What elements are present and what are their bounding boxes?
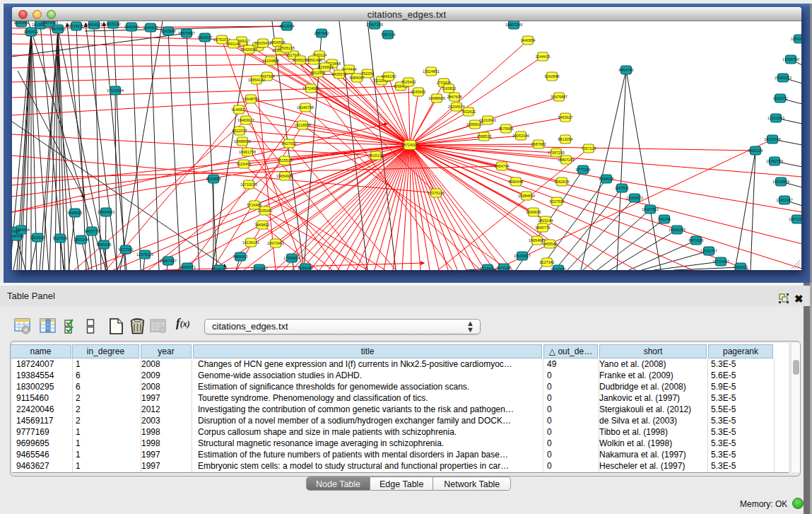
svg-text:9146821: 9146821 [232,107,247,112]
svg-text:9699695: 9699695 [526,210,541,214]
svg-text:16033809: 16033809 [772,180,789,184]
svg-text:2687682: 2687682 [531,142,546,146]
svg-text:10654122: 10654122 [248,78,265,82]
svg-text:30975887: 30975887 [178,31,195,35]
svg-text:1691144: 1691144 [226,42,241,46]
svg-text:7163822: 7163822 [442,86,457,90]
svg-text:25300253: 25300253 [775,76,792,80]
svg-text:10973493: 10973493 [41,21,58,25]
svg-text:1440954: 1440954 [521,38,536,42]
svg-text:17957255: 17957255 [366,23,383,27]
svg-text:10025438: 10025438 [254,41,271,45]
svg-text:12342757: 12342757 [700,249,717,253]
svg-text:12093872: 12093872 [626,196,643,200]
svg-text:22420046: 22420046 [240,47,257,52]
svg-text:17016504: 17016504 [107,88,124,93]
svg-text:9465546: 9465546 [543,242,558,246]
svg-text:18724007: 18724007 [302,86,319,90]
svg-text:9227342: 9227342 [119,247,134,252]
svg-text:9084067: 9084067 [350,76,365,80]
svg-text:11451947: 11451947 [776,198,793,202]
svg-text:17359934: 17359934 [283,256,300,260]
svg-text:1615132: 1615132 [369,153,384,158]
svg-text:1167531: 1167531 [615,186,630,190]
svg-text:1244415: 1244415 [536,54,551,59]
svg-text:8813054: 8813054 [280,24,295,28]
svg-text:10688609: 10688609 [234,139,251,144]
svg-text:18300295: 18300295 [669,228,686,232]
svg-text:12213967: 12213967 [251,267,268,270]
svg-text:1405572: 1405572 [332,72,347,76]
svg-text:10107553: 10107553 [642,207,659,211]
svg-text:8660124: 8660124 [748,148,763,153]
svg-text:16120746: 16120746 [764,137,781,141]
svg-text:1615132: 1615132 [106,22,121,26]
svg-text:19654923: 19654923 [86,23,102,27]
svg-text:9242848: 9242848 [545,74,560,78]
svg-text:30975887: 30975887 [551,95,567,99]
svg-text:8938028: 8938028 [599,177,614,181]
svg-text:19654923: 19654923 [276,174,293,178]
svg-text:15692971: 15692971 [179,265,196,269]
svg-text:10958107: 10958107 [466,122,483,127]
svg-text:5716485: 5716485 [247,203,262,207]
svg-text:746266: 746266 [658,217,671,221]
svg-text:9699695: 9699695 [68,211,83,215]
svg-text:18807249: 18807249 [558,158,575,162]
svg-text:9465779: 9465779 [85,229,100,233]
svg-text:2687682: 2687682 [314,31,329,35]
svg-text:13524851: 13524851 [423,69,440,74]
svg-text:16543362: 16543362 [791,37,801,41]
svg-text:14136141: 14136141 [242,240,259,245]
svg-text:16782759: 16782759 [766,159,783,163]
svg-text:1244415: 1244415 [143,25,158,30]
svg-text:10688609: 10688609 [428,96,445,100]
svg-text:1440954: 1440954 [124,25,139,29]
svg-text:8454749: 8454749 [495,164,510,168]
svg-text:7515525: 7515525 [278,158,293,163]
svg-text:19654983: 19654983 [98,210,114,214]
svg-text:2867608: 2867608 [447,95,462,99]
svg-text:8813054: 8813054 [558,137,573,141]
svg-text:9227342: 9227342 [540,260,555,264]
svg-text:2803144: 2803144 [539,218,553,223]
svg-text:9463627: 9463627 [198,35,213,40]
svg-text:1335061: 1335061 [14,21,29,25]
svg-text:8322037: 8322037 [233,129,247,133]
svg-text:16154808: 16154808 [262,59,279,63]
svg-text:6479197: 6479197 [497,266,512,270]
svg-text:8186328: 8186328 [298,266,313,270]
svg-text:9115460: 9115460 [237,162,252,166]
svg-text:6794028: 6794028 [212,267,227,270]
svg-text:10973493: 10973493 [267,241,284,245]
svg-text:7357224: 7357224 [582,146,596,151]
svg-text:16671355: 16671355 [789,217,801,221]
svg-text:9465546: 9465546 [97,243,112,247]
svg-text:19463627: 19463627 [237,118,254,122]
svg-text:20206576: 20206576 [448,105,465,109]
svg-text:9327509: 9327509 [550,199,565,204]
svg-text:10655267: 10655267 [292,58,309,62]
svg-text:8427552: 8427552 [282,141,297,146]
svg-text:18807249: 18807249 [505,23,522,27]
svg-text:1588520: 1588520 [477,134,492,139]
svg-text:7357224: 7357224 [381,33,396,37]
svg-text:7955812: 7955812 [734,265,748,269]
svg-text:3675685: 3675685 [499,127,514,131]
svg-text:2803144: 2803144 [74,238,89,242]
svg-text:10719155: 10719155 [240,182,257,187]
svg-text:7632621: 7632621 [461,110,476,114]
svg-text:7515525: 7515525 [69,24,84,28]
svg-text:19756928: 19756928 [12,229,20,233]
svg-text:7485003: 7485003 [233,255,248,259]
svg-text:16961758: 16961758 [239,150,256,154]
svg-text:16648784: 16648784 [242,97,259,101]
svg-text:13495756: 13495756 [782,57,799,62]
svg-text:9463627: 9463627 [558,115,573,119]
svg-text:8990448: 8990448 [509,180,524,184]
svg-text:12375125: 12375125 [136,252,153,257]
svg-text:3469822: 3469822 [24,30,39,34]
svg-text:1621072: 1621072 [773,96,788,100]
svg-text:9465779: 9465779 [536,226,551,230]
svg-text:19218506: 19218506 [294,123,311,127]
